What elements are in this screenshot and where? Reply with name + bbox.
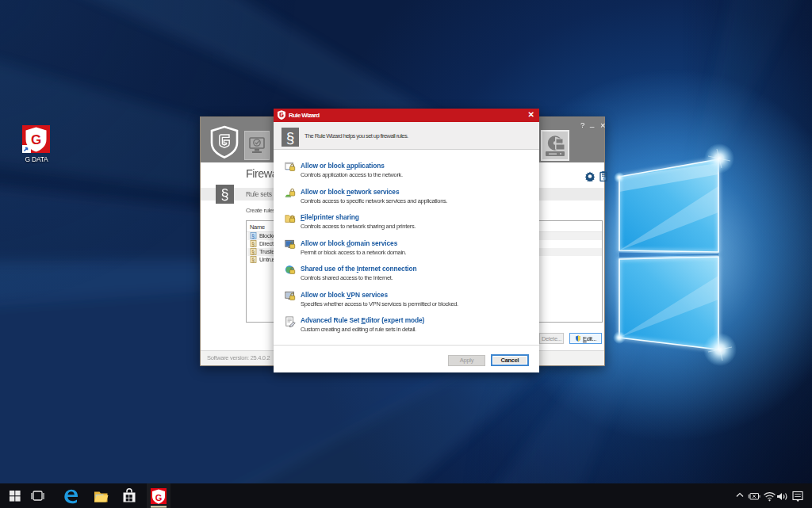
svg-text:§: § xyxy=(251,249,255,254)
svg-text:G: G xyxy=(31,132,41,147)
svg-text:G: G xyxy=(155,493,163,502)
svg-text:§: § xyxy=(251,233,255,239)
svg-text:§: § xyxy=(251,241,255,246)
svg-text:§: § xyxy=(251,257,255,262)
